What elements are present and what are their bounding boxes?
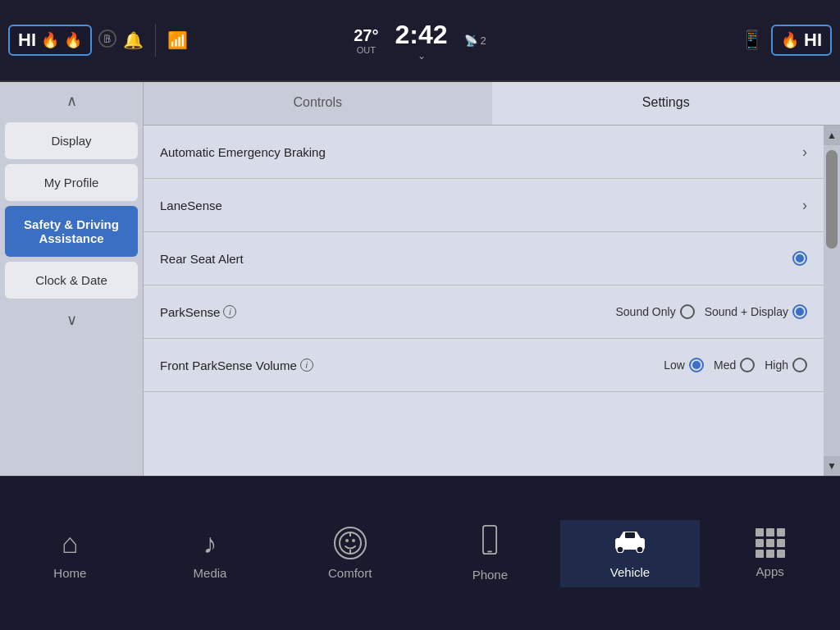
setting-front-parksense-volume: Front ParkSense Volume i Low Med High xyxy=(144,339,824,392)
hi-badge-left: HI 🔥 🔥 xyxy=(8,25,92,56)
tab-settings[interactable]: Settings xyxy=(492,82,841,125)
rear-seat-controls xyxy=(792,251,807,266)
wifi-icon: 📶 xyxy=(167,30,188,50)
sidebar-item-display[interactable]: Display xyxy=(5,122,138,159)
sidebar-item-safety-driving[interactable]: Safety & Driving Assistance xyxy=(5,206,138,257)
bottom-nav: ⌂ Home ♪ Media Comfort Phone xyxy=(0,476,840,630)
satellite-count: 2 xyxy=(481,34,486,47)
nav-comfort[interactable]: Comfort xyxy=(280,518,420,588)
comfort-label: Comfort xyxy=(328,566,372,580)
setting-aeb[interactable]: Automatic Emergency Braking › xyxy=(144,126,824,179)
svg-point-10 xyxy=(617,546,623,553)
svg-rect-12 xyxy=(625,532,635,538)
parksense-sound-display-radio[interactable] xyxy=(792,304,807,319)
bell-icon: 🔔 xyxy=(123,30,144,50)
seat-heat-icon-right: 🔥 xyxy=(781,31,799,49)
hi-right-label: HI xyxy=(804,30,822,51)
seat-icon-left: 🔥 xyxy=(64,31,82,49)
setting-rear-seat-label: Rear Seat Alert xyxy=(160,252,244,266)
comfort-icon xyxy=(334,527,367,559)
nav-apps[interactable]: Apps xyxy=(700,520,840,587)
phone-status-icon: 📱 xyxy=(741,30,763,51)
volume-high-label: High xyxy=(765,358,788,372)
sidebar-up-chevron[interactable]: ∧ xyxy=(0,82,143,120)
setting-lanesense-label: LaneSense xyxy=(160,199,222,212)
scroll-thumb[interactable] xyxy=(826,150,838,249)
svg-text:𝔹: 𝔹 xyxy=(103,32,112,44)
tab-controls[interactable]: Controls xyxy=(144,82,492,125)
status-right: 📱 🔥 HI xyxy=(741,25,832,56)
parksense-sound-only-label: Sound Only xyxy=(615,305,675,318)
settings-scroll: Automatic Emergency Braking › LaneSense … xyxy=(144,126,824,476)
status-bar: HI 🔥 🔥 𝔹 🔔 📶 27° OUT 2:42 ⌄ 📡 2 📱 xyxy=(0,0,840,82)
volume-low[interactable]: Low xyxy=(664,358,704,372)
satellite-info: 📡 2 xyxy=(464,34,486,47)
status-left: HI 🔥 🔥 𝔹 🔔 📶 xyxy=(8,24,188,57)
nav-phone[interactable]: Phone xyxy=(420,517,560,590)
hi-left-label: HI xyxy=(18,30,36,51)
setting-aeb-label: Automatic Emergency Braking xyxy=(160,145,326,159)
temp-label: OUT xyxy=(354,45,378,55)
phone-label: Phone xyxy=(472,568,508,582)
scroll-down-button[interactable]: ▼ xyxy=(824,456,840,476)
svg-point-3 xyxy=(345,539,349,542)
nav-media[interactable]: ♪ Media xyxy=(140,519,281,588)
seat-heat-icon-left: 🔥 xyxy=(41,31,59,49)
vehicle-label: Vehicle xyxy=(610,565,650,579)
front-parksense-label: Front ParkSense Volume xyxy=(160,358,297,372)
phone-icon xyxy=(478,525,501,561)
nav-home[interactable]: ⌂ Home xyxy=(0,519,140,588)
setting-lanesense[interactable]: LaneSense › xyxy=(144,179,824,232)
tabs: Controls Settings xyxy=(144,82,840,126)
volume-low-radio[interactable] xyxy=(689,358,704,372)
parksense-info-icon[interactable]: i xyxy=(223,305,236,318)
parksense-controls: Sound Only Sound + Display xyxy=(615,304,807,319)
media-icon: ♪ xyxy=(203,527,217,559)
sidebar-item-my-profile[interactable]: My Profile xyxy=(5,164,138,201)
sidebar-down-chevron[interactable]: ∨ xyxy=(0,301,143,339)
svg-point-4 xyxy=(352,539,355,542)
media-label: Media xyxy=(194,566,227,580)
parksense-sound-only[interactable]: Sound Only xyxy=(615,304,694,319)
apps-label: Apps xyxy=(756,564,784,578)
setting-lanesense-chevron: › xyxy=(802,197,807,214)
setting-parksense: ParkSense i Sound Only Sound + Display xyxy=(144,285,824,339)
content-area: Controls Settings Automatic Emergency Br… xyxy=(144,82,840,476)
parksense-sound-only-radio[interactable] xyxy=(680,304,695,319)
bluetooth-icon: 𝔹 xyxy=(98,27,116,54)
front-parksense-info-icon[interactable]: i xyxy=(300,358,313,372)
clock-time: 2:42 xyxy=(395,20,447,50)
vehicle-icon xyxy=(611,528,649,559)
apps-icon xyxy=(756,528,785,558)
scroll-track: ▲ ▼ xyxy=(824,126,840,476)
divider xyxy=(155,24,156,57)
volume-high[interactable]: High xyxy=(765,358,807,372)
satellite-icon: 📡 xyxy=(464,34,477,47)
volume-med-label: Med xyxy=(714,358,736,372)
setting-parksense-label: ParkSense xyxy=(160,305,220,319)
setting-aeb-chevron: › xyxy=(802,144,807,161)
volume-low-label: Low xyxy=(664,358,685,372)
main-content: ∧ Display My Profile Safety & Driving As… xyxy=(0,82,840,476)
parksense-sound-display[interactable]: Sound + Display xyxy=(705,304,807,319)
time-display: 2:42 ⌄ xyxy=(395,20,447,62)
volume-med[interactable]: Med xyxy=(714,358,755,372)
svg-rect-7 xyxy=(483,526,496,554)
temperature-display: 27° OUT xyxy=(354,26,378,55)
parksense-sound-display-label: Sound + Display xyxy=(705,305,788,318)
settings-list: Automatic Emergency Braking › LaneSense … xyxy=(144,126,840,476)
hi-badge-right: 🔥 HI xyxy=(771,25,832,56)
svg-point-11 xyxy=(637,546,643,553)
time-chevron: ⌄ xyxy=(395,50,447,62)
sidebar-item-clock-date[interactable]: Clock & Date xyxy=(5,262,138,299)
status-center: 27° OUT 2:42 ⌄ 📡 2 xyxy=(354,20,486,62)
sidebar: ∧ Display My Profile Safety & Driving As… xyxy=(0,82,144,476)
volume-med-radio[interactable] xyxy=(740,358,755,372)
setting-rear-seat-alert[interactable]: Rear Seat Alert xyxy=(144,232,824,285)
nav-vehicle[interactable]: Vehicle xyxy=(560,520,701,587)
home-label: Home xyxy=(53,566,86,580)
rear-seat-toggle[interactable] xyxy=(792,251,807,266)
scroll-up-button[interactable]: ▲ xyxy=(824,126,840,145)
front-parksense-controls: Low Med High xyxy=(664,358,807,372)
volume-high-radio[interactable] xyxy=(792,358,807,372)
